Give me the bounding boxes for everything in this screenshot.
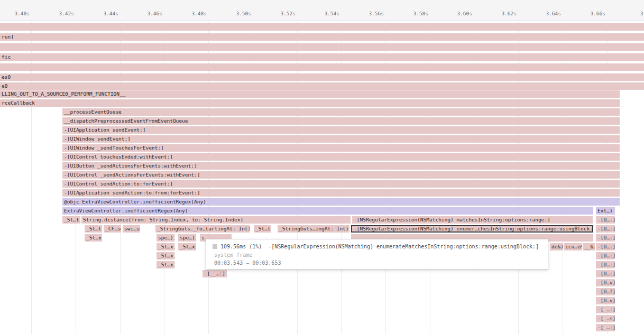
- flame-bar[interactable]: -[U…:]: [596, 225, 615, 233]
- flame-bar-label: -[U…:]: [596, 261, 615, 268]
- flame-bar[interactable]: LLING_OUT_TO_A_SOURCE0_PERFORM_FUNCTION_…: [0, 90, 620, 98]
- flame-bar-label: _StringGuts._fo…tartingAt: Int): [155, 225, 250, 233]
- flame-bar[interactable]: _StringGuts._fo…tartingAt: Int): [155, 225, 250, 233]
- flame-bar-label: -[UIControl _sendActionsForEvents:withEv…: [62, 171, 620, 179]
- tooltip-header: 109.56ms (1%) -[NSRegularExpression(NSMa…: [213, 243, 541, 250]
- time-tick-label: 3.42s: [59, 11, 74, 16]
- flame-bar-label: -[UIControl touchesEnded:withEvent:]: [62, 153, 620, 161]
- flame-bar-label: e0: [0, 82, 644, 90]
- flame-bar[interactable]: -[_…s]: [596, 315, 615, 322]
- flame-bar[interactable]: @objc ExtraViewController.inefficientReg…: [62, 198, 620, 206]
- flame-layer[interactable]: run]fices0e0LLING_OUT_TO_A_SOURCE0_PERFO…: [0, 0, 644, 334]
- flame-bar[interactable]: es0: [0, 73, 644, 81]
- flame-bar[interactable]: -[U…:]: [596, 261, 615, 268]
- flame-bar[interactable]: -[UIApplication sendEvent:]: [62, 126, 620, 134]
- time-tick-label: 3.46s: [147, 11, 162, 16]
- flame-bar[interactable]: [0, 23, 644, 31]
- flame-bar[interactable]: -[_…:]: [596, 306, 615, 313]
- flame-bar[interactable]: _St…x): [178, 243, 196, 251]
- flame-bar[interactable]: -[U…:]: [596, 252, 615, 259]
- time-ruler[interactable]: 3.40s3.42s3.44s3.46s3.48s3.50s3.52s3.54s…: [0, 0, 644, 21]
- flame-bar-label: _St…t): [254, 225, 271, 233]
- flame-bar-label: _St…x): [178, 243, 196, 251]
- flame-bar[interactable]: -[U…v]: [596, 279, 615, 286]
- flame-bar-label: Ext…): [596, 207, 615, 215]
- flame-bar[interactable]: _St…x): [157, 252, 174, 259]
- flame-bar-selected[interactable]: -[NSRegularExpression(NSMatching) enumer…: [351, 225, 593, 233]
- flame-bar-label: -[_…s]: [596, 315, 615, 322]
- flame-bar-label: _StringGuts…ingAt: Int): [278, 225, 349, 233]
- flame-bar[interactable]: ExtraViewController.inefficientRegex(Any…: [62, 207, 593, 215]
- flame-bar[interactable]: __processEventQueue: [62, 108, 620, 116]
- flame-bar[interactable]: _St…t): [62, 216, 80, 224]
- flame-bar-label: -[_…:]: [596, 324, 615, 331]
- flame-bar[interactable]: -[UIControl _sendActionsForEvents:withEv…: [62, 171, 620, 179]
- flame-bar[interactable]: _St…x): [157, 243, 174, 251]
- flame-bar[interactable]: run]: [0, 33, 644, 41]
- flame-bar-label: -[U…f]: [596, 288, 615, 295]
- tooltip-time-range: 00:03.543 — 00:03.653: [214, 260, 541, 266]
- flame-bar-label: spe…)): [157, 234, 174, 242]
- flame-bar[interactable]: -[U…v]: [596, 297, 615, 304]
- time-tick-label: 3.52s: [280, 11, 296, 16]
- flame-bar[interactable]: fic: [0, 53, 644, 61]
- time-tick-label: 3.6: [640, 11, 644, 16]
- flame-bar[interactable]: -[UIApplication sendAction:to:from:forEv…: [62, 189, 620, 197]
- flame-bar-label: -[__…:]: [203, 270, 227, 277]
- flame-bar-label: _St…x): [157, 243, 174, 251]
- flame-bar-label: -[U…:]: [596, 216, 615, 224]
- flame-bar-label: _CF…se: [104, 225, 121, 233]
- flame-bar-label: -[UIWindow _sendTouchesForEvent:]: [62, 144, 620, 152]
- frame-color-swatch-icon: [213, 244, 217, 249]
- flame-bar[interactable]: -[UIWindow sendEvent:]: [62, 135, 620, 143]
- flame-bar[interactable]: -[U…:]: [596, 243, 615, 251]
- flame-bar-label: -[U…v]: [596, 297, 615, 304]
- flame-bar[interactable]: __6…ce: [583, 243, 595, 251]
- time-tick-label: 3.54s: [324, 11, 339, 16]
- flame-bar[interactable]: __dispatchPreprocessedEventFromEventQueu…: [62, 117, 620, 125]
- flame-bar[interactable]: [0, 43, 644, 51]
- tooltip: 109.56ms (1%) -[NSRegularExpression(NSMa…: [206, 239, 548, 270]
- flame-bar[interactable]: -[_…:]: [596, 324, 615, 331]
- time-tick-label: 3.58s: [413, 11, 428, 16]
- flame-bar[interactable]: -[U…:]: [596, 234, 615, 242]
- tooltip-frame-kind: system frame: [214, 252, 541, 258]
- flame-bar-label: -[UIApplication sendEvent:]: [62, 126, 620, 134]
- flame-bar[interactable]: -[UIControl sendAction:to:forEvent:]: [62, 180, 620, 188]
- flame-bar[interactable]: -[U…f]: [596, 288, 615, 295]
- flame-bar-label: -[_…:]: [596, 306, 615, 313]
- flame-bar[interactable]: -[UIControl touchesEnded:withEvent:]: [62, 153, 620, 161]
- flame-bar[interactable]: String.distance(from: String.Index, to: …: [81, 216, 351, 224]
- flame-bar[interactable]: _CF…se: [104, 225, 121, 233]
- flame-bar[interactable]: spe…)): [178, 234, 196, 242]
- flame-bar[interactable]: de&): [550, 243, 563, 251]
- flame-bar[interactable]: rceCallback: [0, 99, 620, 107]
- flame-bar[interactable]: _St…t): [254, 225, 271, 233]
- flame-bar[interactable]: icu…e&): [564, 243, 582, 251]
- time-tick-label: 3.44s: [103, 11, 118, 16]
- time-tick-label: 3.66s: [590, 11, 605, 16]
- flame-bar[interactable]: _St…t): [85, 225, 102, 233]
- tooltip-symbol: -[NSRegularExpression(NSMatching) enumer…: [268, 244, 539, 249]
- flame-bar[interactable]: e0: [0, 82, 644, 90]
- flame-bar[interactable]: -[__…:]: [203, 270, 227, 277]
- flame-bar[interactable]: _StringGuts…ingAt: Int): [278, 225, 349, 233]
- flame-bar[interactable]: -[U…:]: [596, 270, 615, 277]
- flame-bar[interactable]: -[U…:]: [596, 216, 615, 224]
- flame-bar[interactable]: -[NSRegularExpression(NSMatching) matche…: [352, 216, 593, 224]
- flame-bar[interactable]: _St…x): [85, 234, 102, 242]
- flame-bar-label: es0: [0, 73, 644, 81]
- flame-bar-label: rceCallback: [0, 99, 620, 107]
- flame-bar[interactable]: -[UIButton _sendActionsForEvents:withEve…: [62, 162, 620, 170]
- flame-bar[interactable]: [0, 63, 644, 71]
- time-tick-label: 3.50s: [236, 11, 251, 16]
- flame-bar[interactable]: spe…)): [157, 234, 174, 242]
- flame-bar-label: LLING_OUT_TO_A_SOURCE0_PERFORM_FUNCTION_…: [0, 90, 620, 98]
- flame-bar-label: spe…)): [178, 234, 196, 242]
- time-tick-label: 3.48s: [191, 11, 207, 16]
- flame-bar[interactable]: _St…x): [157, 261, 174, 268]
- flame-bar[interactable]: swi…se: [123, 225, 140, 233]
- flame-bar-label: @objc ExtraViewController.inefficientReg…: [62, 198, 620, 206]
- flame-bar[interactable]: -[UIWindow _sendTouchesForEvent:]: [62, 144, 620, 152]
- flame-bar[interactable]: Ext…): [596, 207, 615, 215]
